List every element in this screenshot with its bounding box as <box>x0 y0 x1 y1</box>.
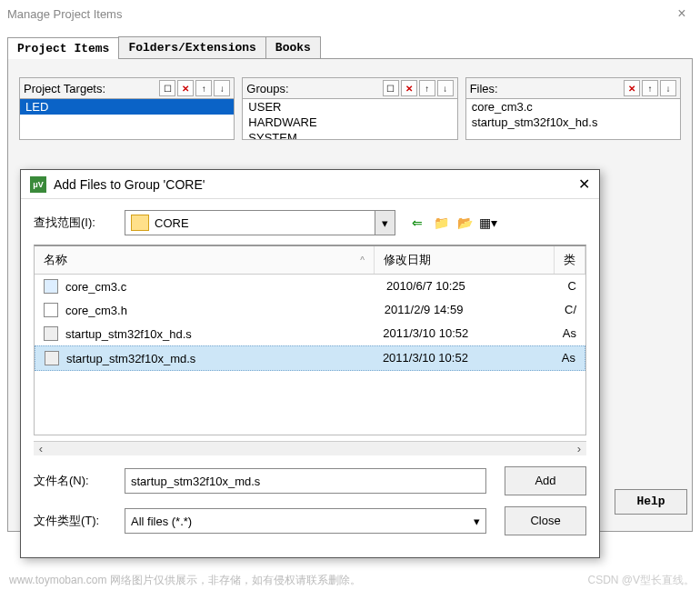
tab-project-items[interactable]: Project Items <box>7 37 119 59</box>
scroll-right-icon[interactable]: › <box>572 442 586 455</box>
add-files-dialog: μV Add Files to Group 'CORE' ✕ 查找范围(I): … <box>20 169 600 558</box>
header-type[interactable]: 类 <box>555 246 585 274</box>
groups-label: Groups: <box>246 82 382 95</box>
file-item-0[interactable]: core_cm3.c <box>466 99 680 115</box>
targets-new-icon[interactable]: ☐ <box>159 80 175 96</box>
files-column: Files: ✕ ↑ ↓ core_cm3.c startup_stm32f10… <box>465 77 681 140</box>
file-row[interactable]: core_cm3.c 2010/6/7 10:25 C <box>35 275 585 298</box>
group-item-system[interactable]: SYSTEM <box>243 130 456 139</box>
dialog-app-icon: μV <box>30 176 46 193</box>
files-label: Files: <box>470 82 624 95</box>
main-close-icon[interactable]: × <box>671 5 693 22</box>
header-date[interactable]: 修改日期 <box>375 246 555 274</box>
watermark-left: www.toymoban.com 网络图片仅供展示，非存储，如有侵权请联系删除。 <box>9 573 361 588</box>
tab-books[interactable]: Books <box>265 36 321 58</box>
new-folder-icon[interactable]: 📂 <box>455 214 474 232</box>
file-rows: core_cm3.c 2010/6/7 10:25 C core_cm3.h 2… <box>35 275 585 371</box>
targets-delete-icon[interactable]: ✕ <box>177 80 194 96</box>
groups-down-icon[interactable]: ↓ <box>437 80 454 96</box>
dialog-close-icon[interactable]: ✕ <box>578 175 590 193</box>
file-row[interactable]: core_cm3.h 2011/2/9 14:59 C/ <box>35 298 585 322</box>
watermark-right: CSDN @V型长直线。 <box>587 573 695 588</box>
dialog-titlebar: μV Add Files to Group 'CORE' ✕ <box>21 170 599 199</box>
targets-up-icon[interactable]: ↑ <box>195 80 212 96</box>
asm-file-icon <box>44 326 58 341</box>
sort-asc-icon[interactable]: ^ <box>360 254 365 267</box>
back-icon[interactable]: ⇐ <box>408 214 426 232</box>
targets-label: Project Targets: <box>24 82 159 95</box>
add-button[interactable]: Add <box>505 466 586 495</box>
lookin-label: 查找范围(I): <box>34 215 125 231</box>
groups-column: Groups: ☐ ✕ ↑ ↓ USER HARDWARE SYSTEM <box>242 77 457 140</box>
horizontal-scrollbar[interactable]: ‹ › <box>34 441 586 455</box>
groups-list[interactable]: USER HARDWARE SYSTEM <box>243 99 456 139</box>
file-item-1[interactable]: startup_stm32f10x_hd.s <box>466 115 680 130</box>
tab-strip: Project Items Folders/Extensions Books <box>7 36 693 59</box>
main-title: Manage Project Items <box>7 7 671 21</box>
file-list[interactable]: 名称 ^ 修改日期 类 core_cm3.c 2010/6/7 10:25 C … <box>34 245 586 435</box>
groups-new-icon[interactable]: ☐ <box>383 80 399 96</box>
groups-delete-icon[interactable]: ✕ <box>401 80 417 96</box>
files-up-icon[interactable]: ↑ <box>642 80 658 96</box>
files-down-icon[interactable]: ↓ <box>660 80 676 96</box>
target-item-led[interactable]: LED <box>20 99 234 115</box>
filetype-combo[interactable]: All files (*.*) ▾ <box>125 508 486 534</box>
tab-folders-extensions[interactable]: Folders/Extensions <box>118 36 265 58</box>
help-button[interactable]: Help <box>615 489 687 515</box>
file-row[interactable]: startup_stm32f10x_hd.s 2011/3/10 10:52 A… <box>35 322 585 345</box>
lookin-dropdown-icon[interactable]: ▾ <box>375 211 395 235</box>
files-delete-icon[interactable]: ✕ <box>624 80 640 96</box>
scroll-left-icon[interactable]: ‹ <box>34 442 48 455</box>
header-name[interactable]: 名称 <box>44 252 67 268</box>
asm-file-icon <box>45 351 59 365</box>
filename-input[interactable]: startup_stm32f10x_md.s <box>125 468 486 494</box>
h-file-icon <box>44 303 58 317</box>
filename-label: 文件名(N): <box>34 473 125 489</box>
filetype-label: 文件类型(T): <box>34 513 125 529</box>
project-targets-column: Project Targets: ☐ ✕ ↑ ↓ LED <box>19 77 235 140</box>
group-item-user[interactable]: USER <box>243 99 456 115</box>
lookin-value: CORE <box>155 216 375 230</box>
c-file-icon <box>44 279 58 294</box>
group-item-hardware[interactable]: HARDWARE <box>243 115 456 130</box>
targets-list[interactable]: LED <box>20 99 234 139</box>
up-one-level-icon[interactable]: 📁 <box>432 214 450 232</box>
filetype-dropdown-icon[interactable]: ▾ <box>474 515 480 528</box>
file-list-header: 名称 ^ 修改日期 类 <box>35 246 585 275</box>
files-list[interactable]: core_cm3.c startup_stm32f10x_hd.s <box>466 99 680 139</box>
folder-icon <box>131 215 149 231</box>
view-menu-icon[interactable]: ▦▾ <box>479 214 497 232</box>
targets-down-icon[interactable]: ↓ <box>214 80 230 96</box>
groups-up-icon[interactable]: ↑ <box>419 80 435 96</box>
close-button[interactable]: Close <box>505 506 586 535</box>
dialog-title: Add Files to Group 'CORE' <box>54 177 578 192</box>
main-titlebar: Manage Project Items × <box>0 0 700 27</box>
lookin-combo[interactable]: CORE ▾ <box>125 210 395 235</box>
file-row-selected[interactable]: startup_stm32f10x_md.s 2011/3/10 10:52 A… <box>35 345 585 371</box>
